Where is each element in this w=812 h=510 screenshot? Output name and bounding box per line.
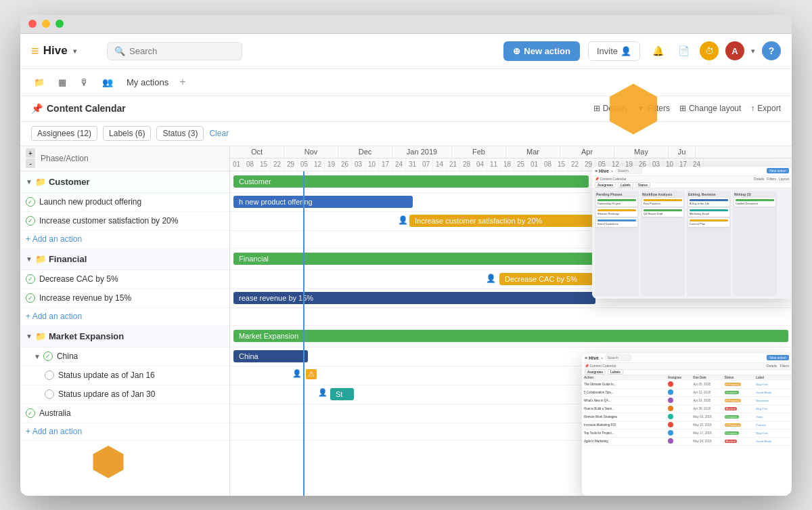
- nav-tab-files[interactable]: 📁: [31, 77, 47, 87]
- financial-add-action-label: + Add an action: [26, 312, 82, 321]
- search-icon: 🔍: [114, 46, 125, 56]
- revenue-check-icon: ✓: [26, 293, 35, 303]
- layout-icon: ⊞: [679, 104, 686, 113]
- minimize-button[interactable]: [42, 20, 50, 28]
- day-22: 22: [271, 158, 284, 171]
- today-line: [303, 171, 304, 496]
- market-chevron[interactable]: ▼: [26, 333, 32, 340]
- decrease-cac-label: Decrease CAC by 5%: [39, 274, 118, 284]
- day-31: 31: [406, 158, 420, 171]
- logo-caret: ▾: [73, 47, 76, 55]
- market-bar[interactable]: Market Expansion: [233, 330, 788, 342]
- invite-label: Invite: [597, 46, 618, 56]
- expand-down-button[interactable]: -: [26, 158, 35, 168]
- satisfaction-bar[interactable]: Increase customer satisfaction by 20%: [409, 215, 595, 227]
- financial-add-action-row[interactable]: + Add an action: [20, 308, 229, 326]
- day-24: 24: [392, 158, 406, 171]
- day-15b: 15: [555, 158, 568, 171]
- invite-button[interactable]: Invite 👤: [588, 41, 640, 61]
- status-filter[interactable]: Status (3): [156, 126, 204, 141]
- launch-bar[interactable]: h new product offering: [233, 196, 413, 208]
- day-26: 26: [338, 158, 352, 171]
- gantt-controls: + -: [26, 148, 35, 168]
- pin-icon: 📌: [31, 103, 43, 114]
- grid-icon: ▦: [58, 77, 66, 87]
- financial-group-label: Financial: [49, 254, 87, 264]
- day-10: 10: [365, 158, 379, 171]
- china-subgroup-row[interactable]: ▼ ✓ China: [20, 347, 229, 366]
- increase-revenue-row[interactable]: ✓ Increase revenue by 15%: [20, 289, 229, 308]
- month-mar: Mar: [506, 146, 560, 158]
- maximize-button[interactable]: [55, 20, 64, 28]
- day-18: 18: [501, 158, 514, 171]
- day-22b: 22: [568, 158, 582, 171]
- australia-row[interactable]: ✓ Australia: [20, 404, 229, 423]
- increase-satisfaction-row[interactable]: ✓ Increase customer satisfaction by 20%: [20, 212, 229, 231]
- avatar-caret[interactable]: ▾: [751, 47, 755, 56]
- clear-filters-button[interactable]: Clear: [209, 129, 229, 138]
- china-label: China: [57, 352, 78, 361]
- expand-up-button[interactable]: +: [26, 148, 35, 158]
- day-01: 01: [230, 158, 244, 171]
- add-tab[interactable]: +: [179, 76, 185, 88]
- nav-tab-mic[interactable]: 🎙: [77, 77, 91, 87]
- logo-text: Hive: [43, 44, 68, 58]
- status-jan30-row[interactable]: Status updare as of Jan 30: [20, 385, 229, 404]
- new-action-button[interactable]: ⊕ New action: [503, 41, 580, 61]
- status-jan16-row[interactable]: Status update as of Jan 16: [20, 366, 229, 385]
- bell-icon[interactable]: 🔔: [648, 41, 667, 60]
- china-bar[interactable]: China: [233, 350, 308, 362]
- logo-area[interactable]: ≡ Hive ▾: [31, 44, 99, 58]
- month-apr: Apr: [560, 146, 614, 158]
- export-button[interactable]: ↑ Export: [750, 104, 781, 113]
- cac-check-icon: ✓: [26, 274, 35, 284]
- decrease-cac-row[interactable]: ✓ Decrease CAC by 5%: [20, 270, 229, 289]
- search-input[interactable]: [129, 46, 224, 56]
- search-bar[interactable]: 🔍: [107, 42, 242, 60]
- help-icon[interactable]: ?: [762, 41, 781, 60]
- svg-marker-1: [93, 446, 124, 478]
- team-icon: 👥: [102, 77, 113, 87]
- day-08: 08: [244, 158, 257, 171]
- avatar[interactable]: A: [725, 41, 744, 60]
- launch-product-label: Launch new product offering: [39, 197, 141, 207]
- month-dec: Dec: [338, 146, 392, 158]
- month-nov: Nov: [284, 146, 338, 158]
- nav-tab-team[interactable]: 👥: [99, 77, 116, 87]
- customer-chevron[interactable]: ▼: [26, 178, 32, 186]
- months-row: Oct Nov Dec Jan 2019 Feb Mar Apr May Ju: [230, 146, 792, 158]
- financial-chevron[interactable]: ▼: [26, 255, 32, 263]
- timer-icon[interactable]: ⏱: [700, 41, 719, 60]
- launch-product-row[interactable]: ✓ Launch new product offering: [20, 193, 229, 212]
- nav-icons: 🔔 📄 ⏱ A ▾ ?: [648, 41, 781, 60]
- labels-filter[interactable]: Labels (6): [103, 126, 151, 141]
- my-actions-tab[interactable]: My actions: [124, 72, 171, 93]
- china-chevron[interactable]: ▼: [34, 353, 41, 360]
- day-12: 12: [311, 158, 325, 171]
- close-button[interactable]: [28, 20, 37, 28]
- day-08b: 08: [541, 158, 555, 171]
- new-action-icon: ⊕: [513, 46, 520, 56]
- assignees-filter[interactable]: Assignees (12): [31, 126, 97, 141]
- day-14: 14: [433, 158, 447, 171]
- nav-tab-grid[interactable]: ▦: [55, 77, 69, 87]
- market-group-row[interactable]: ▼ 📁 Market Expansion: [20, 326, 229, 347]
- month-feb: Feb: [452, 146, 506, 158]
- financial-group-row[interactable]: ▼ 📁 Financial: [20, 249, 229, 270]
- change-layout-button[interactable]: ⊞ Change layout: [679, 104, 741, 113]
- increase-satisfaction-label: Increase customer satisfaction by 20%: [39, 216, 178, 226]
- customer-bar[interactable]: Customer: [233, 175, 589, 188]
- day-21: 21: [447, 158, 460, 171]
- market-group-label: Market Expansion: [49, 331, 124, 341]
- top-nav: ≡ Hive ▾ 🔍 ⊕ New action Invite 👤 🔔 📄 ⏱: [20, 34, 792, 69]
- gantt-left-col: ▼ 📁 Customer ✓ Launch new product offeri…: [20, 171, 230, 496]
- customer-group-row[interactable]: ▼ 📁 Customer: [20, 171, 229, 193]
- file-icon[interactable]: 📄: [674, 41, 693, 60]
- customer-add-action-row[interactable]: + Add an action: [20, 231, 229, 249]
- export-label: Export: [757, 104, 781, 113]
- export-icon: ↑: [750, 104, 754, 113]
- market-add-action-row[interactable]: + Add an action: [20, 423, 229, 441]
- jan30-bar[interactable]: St: [330, 388, 354, 400]
- mac-window: ≡ Hive ▾ 🔍 ⊕ New action Invite 👤 🔔 📄 ⏱: [20, 15, 792, 496]
- revenue-bar[interactable]: rease revenue by 15%: [233, 292, 595, 304]
